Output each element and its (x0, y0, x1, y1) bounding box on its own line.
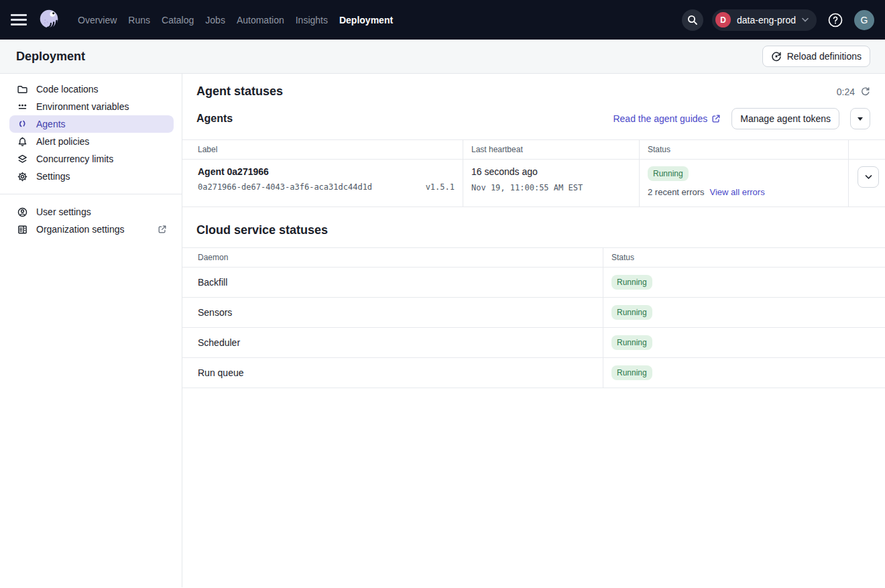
agents-subheading: Agents (196, 113, 233, 125)
agent-heartbeat-cell: 16 seconds ago Nov 19, 11:00:55 AM EST (463, 160, 640, 207)
agent-statuses-header: Agent statuses 0:24 (182, 74, 885, 99)
status-badge: Running (611, 365, 652, 380)
status-badge: Running (648, 166, 689, 181)
gear-icon (16, 170, 28, 182)
nav-catalog[interactable]: Catalog (162, 15, 194, 25)
nav-deployment[interactable]: Deployment (339, 15, 393, 25)
column-header-label: Label (182, 140, 463, 159)
chevron-down-icon (802, 17, 809, 22)
refresh-icon[interactable] (860, 86, 870, 97)
sidebar-item-label: Agents (36, 119, 66, 129)
agent-statuses-title: Agent statuses (196, 84, 283, 99)
content: Code locations Environment variables Age… (0, 74, 885, 587)
agents-more-actions-button[interactable] (850, 108, 870, 129)
nav-automation[interactable]: Automation (237, 15, 284, 25)
agent-guides-link[interactable]: Read the agent guides (613, 113, 721, 124)
dagster-logo-icon[interactable] (36, 7, 63, 34)
reload-definitions-label: Reload definitions (787, 51, 862, 62)
sidebar-item-label: Organization settings (36, 224, 125, 235)
top-navbar: Overview Runs Catalog Jobs Automation In… (0, 0, 885, 40)
daemon-status-cell: Running (603, 275, 885, 290)
column-header-actions (849, 140, 885, 159)
bell-icon (16, 135, 28, 148)
sidebar-item-label: Alert policies (36, 136, 89, 147)
help-icon (827, 12, 843, 28)
agent-id-row: 0a271966-de67-4043-a3f6-aca31dc44d1d v1.… (198, 182, 463, 192)
nav-jobs[interactable]: Jobs (205, 15, 225, 25)
status-badge: Running (611, 275, 652, 290)
view-all-errors-link[interactable]: View all errors (710, 187, 765, 197)
agents-table-header: Label Last heartbeat Status (182, 140, 885, 160)
agent-icon (16, 118, 28, 130)
cloud-statuses-header: Cloud service statuses (182, 207, 885, 237)
table-row: Sensors Running (182, 298, 885, 328)
expand-agent-row-button[interactable] (858, 166, 879, 188)
daemon-status-cell: Running (603, 335, 885, 350)
agent-label-cell: Agent 0a271966 0a271966-de67-4043-a3f6-a… (182, 160, 463, 207)
sidebar-item-concurrency-limits[interactable]: Concurrency limits (9, 150, 174, 168)
sidebar-item-label: Environment variables (36, 101, 129, 112)
deployment-name: data-eng-prod (737, 15, 796, 25)
status-badge: Running (611, 335, 652, 350)
user-avatar[interactable]: G (854, 10, 874, 30)
nav-overview[interactable]: Overview (78, 15, 117, 25)
agent-name: Agent 0a271966 (198, 160, 463, 177)
agent-guides-label: Read the agent guides (613, 113, 707, 124)
reload-definitions-button[interactable]: Reload definitions (762, 46, 870, 67)
daemon-name: Sensors (182, 298, 603, 327)
nav-insights[interactable]: Insights (296, 15, 328, 25)
recent-errors-text: 2 recent errors (648, 187, 705, 197)
help-button[interactable] (825, 10, 845, 30)
main-panel: Agent statuses 0:24 Agents Read the agen… (182, 74, 885, 587)
table-row: Backfill Running (182, 268, 885, 298)
column-header-status: Status (640, 140, 849, 159)
agent-version: v1.5.1 (426, 182, 455, 192)
sidebar-item-user-settings[interactable]: User settings (9, 203, 174, 221)
agents-table: Label Last heartbeat Status Agent 0a2719… (182, 139, 885, 207)
table-row: Scheduler Running (182, 328, 885, 358)
table-row: Run queue Running (182, 358, 885, 388)
heartbeat-relative: 16 seconds ago (471, 160, 639, 177)
reload-icon (771, 51, 782, 62)
column-header-status: Status (603, 248, 885, 267)
external-link-icon (158, 225, 167, 234)
menu-button[interactable] (11, 10, 31, 30)
column-header-last-heartbeat: Last heartbeat (463, 140, 640, 159)
nav-runs[interactable]: Runs (128, 15, 150, 25)
cloud-services-table: Daemon Status Backfill Running Sensors R… (182, 247, 885, 388)
manage-agent-tokens-label: Manage agent tokens (740, 113, 831, 124)
external-link-icon (711, 114, 721, 123)
sidebar-item-settings[interactable]: Settings (9, 168, 174, 185)
agent-actions-cell (849, 160, 885, 207)
layers-icon (16, 153, 28, 165)
table-row: Agent 0a271966 0a271966-de67-4043-a3f6-a… (182, 160, 885, 207)
folder-icon (16, 83, 28, 95)
daemon-name: Scheduler (182, 328, 603, 357)
primary-nav: Overview Runs Catalog Jobs Automation In… (78, 15, 393, 25)
chevron-down-icon (865, 174, 872, 180)
sidebar-item-environment-variables[interactable]: Environment variables (9, 98, 174, 115)
agents-toolbar: Agents Read the agent guides Manage agen… (182, 99, 885, 129)
agent-uuid: 0a271966-de67-4043-a3f6-aca31dc44d1d (198, 182, 372, 192)
sidebar-item-label: Code locations (36, 84, 99, 95)
cloud-table-header: Daemon Status (182, 248, 885, 268)
agent-errors-row: 2 recent errors View all errors (648, 187, 848, 197)
manage-agent-tokens-button[interactable]: Manage agent tokens (731, 108, 839, 129)
page-header: Deployment Reload definitions (0, 40, 885, 74)
search-button[interactable] (682, 9, 703, 31)
status-badge: Running (611, 305, 652, 320)
sidebar: Code locations Environment variables Age… (0, 74, 182, 587)
cloud-statuses-title: Cloud service statuses (196, 223, 870, 237)
sidebar-item-agents[interactable]: Agents (9, 115, 174, 133)
heartbeat-timestamp: Nov 19, 11:00:55 AM EST (471, 183, 639, 192)
daemon-name: Run queue (182, 358, 603, 388)
sidebar-divider (0, 194, 182, 194)
countdown-value: 0:24 (837, 86, 855, 97)
sidebar-item-alert-policies[interactable]: Alert policies (9, 133, 174, 150)
daemon-name: Backfill (182, 268, 603, 297)
sidebar-item-organization-settings[interactable]: Organization settings (9, 221, 174, 238)
page-title: Deployment (16, 50, 85, 64)
sidebar-item-code-locations[interactable]: Code locations (9, 80, 174, 98)
deployment-switcher[interactable]: D data-eng-prod (712, 9, 817, 31)
organization-icon (16, 223, 28, 235)
